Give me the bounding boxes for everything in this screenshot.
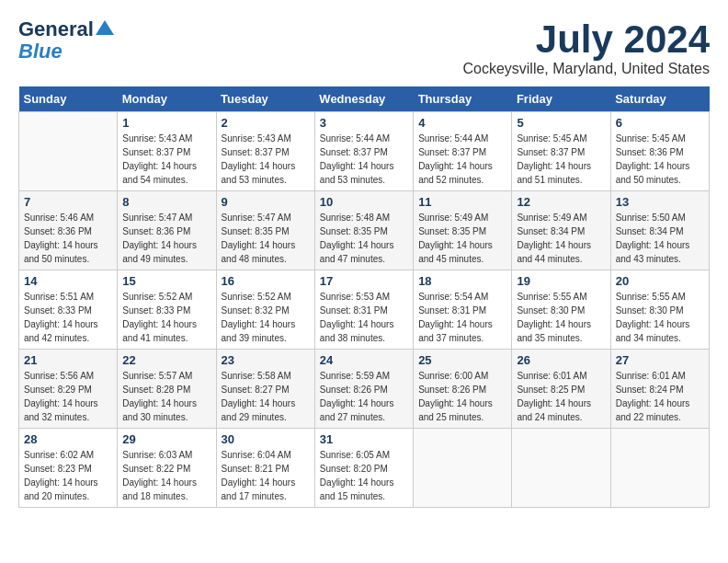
day-info: Sunrise: 6:01 AMSunset: 8:24 PMDaylight:… — [616, 369, 704, 424]
calendar-cell: 30Sunrise: 6:04 AMSunset: 8:21 PMDayligh… — [216, 429, 314, 508]
day-number: 19 — [517, 274, 605, 288]
page-header: General Blue July 2024 Cockeysville, Mar… — [18, 18, 710, 77]
calendar-cell: 2Sunrise: 5:43 AMSunset: 8:37 PMDaylight… — [216, 112, 314, 191]
day-number: 18 — [418, 274, 506, 288]
calendar-cell: 20Sunrise: 5:55 AMSunset: 8:30 PMDayligh… — [610, 270, 709, 350]
calendar-cell: 14Sunrise: 5:51 AMSunset: 8:33 PMDayligh… — [19, 270, 118, 350]
calendar-cell: 27Sunrise: 6:01 AMSunset: 8:24 PMDayligh… — [610, 350, 709, 429]
day-number: 14 — [24, 274, 112, 288]
day-info: Sunrise: 5:44 AMSunset: 8:37 PMDaylight:… — [418, 132, 506, 187]
calendar-cell: 3Sunrise: 5:44 AMSunset: 8:37 PMDaylight… — [314, 112, 413, 191]
day-info: Sunrise: 5:48 AMSunset: 8:35 PMDaylight:… — [320, 211, 408, 266]
header-sunday: Sunday — [19, 86, 118, 112]
day-number: 4 — [418, 116, 506, 130]
day-info: Sunrise: 6:03 AMSunset: 8:22 PMDaylight:… — [122, 448, 210, 503]
day-number: 24 — [320, 353, 408, 367]
day-info: Sunrise: 5:44 AMSunset: 8:37 PMDaylight:… — [320, 132, 408, 187]
calendar-cell: 8Sunrise: 5:47 AMSunset: 8:36 PMDaylight… — [118, 191, 216, 270]
day-number: 28 — [24, 432, 112, 446]
header-thursday: Thursday — [414, 86, 512, 112]
day-number: 20 — [616, 274, 704, 288]
day-info: Sunrise: 5:43 AMSunset: 8:37 PMDaylight:… — [122, 132, 210, 187]
day-info: Sunrise: 5:58 AMSunset: 8:27 PMDaylight:… — [222, 369, 310, 424]
day-info: Sunrise: 6:00 AMSunset: 8:26 PMDaylight:… — [418, 369, 506, 424]
day-number: 2 — [222, 116, 310, 130]
day-info: Sunrise: 5:53 AMSunset: 8:31 PMDaylight:… — [320, 290, 408, 345]
day-number: 11 — [418, 195, 506, 209]
svg-marker-0 — [96, 20, 114, 35]
day-number: 6 — [616, 116, 704, 130]
calendar-cell: 9Sunrise: 5:47 AMSunset: 8:35 PMDaylight… — [216, 191, 314, 270]
calendar-cell — [414, 429, 512, 508]
calendar-cell: 17Sunrise: 5:53 AMSunset: 8:31 PMDayligh… — [314, 270, 413, 350]
day-info: Sunrise: 5:47 AMSunset: 8:36 PMDaylight:… — [122, 211, 210, 266]
calendar-week-row: 7Sunrise: 5:46 AMSunset: 8:36 PMDaylight… — [19, 191, 710, 270]
logo-blue: Blue — [18, 40, 63, 63]
day-number: 25 — [418, 353, 506, 367]
calendar-cell: 13Sunrise: 5:50 AMSunset: 8:34 PMDayligh… — [610, 191, 709, 270]
day-info: Sunrise: 6:02 AMSunset: 8:23 PMDaylight:… — [24, 448, 112, 503]
calendar-cell: 28Sunrise: 6:02 AMSunset: 8:23 PMDayligh… — [19, 429, 118, 508]
day-number: 1 — [122, 116, 210, 130]
day-number: 31 — [320, 432, 408, 446]
day-number: 16 — [222, 274, 310, 288]
day-info: Sunrise: 5:46 AMSunset: 8:36 PMDaylight:… — [24, 211, 112, 266]
day-number: 15 — [122, 274, 210, 288]
day-info: Sunrise: 5:56 AMSunset: 8:29 PMDaylight:… — [24, 369, 112, 424]
day-number: 12 — [517, 195, 605, 209]
day-number: 27 — [616, 353, 704, 367]
calendar-cell: 4Sunrise: 5:44 AMSunset: 8:37 PMDaylight… — [414, 112, 512, 191]
day-number: 30 — [222, 432, 310, 446]
calendar-cell: 10Sunrise: 5:48 AMSunset: 8:35 PMDayligh… — [314, 191, 413, 270]
day-info: Sunrise: 5:51 AMSunset: 8:33 PMDaylight:… — [24, 290, 112, 345]
day-info: Sunrise: 5:57 AMSunset: 8:28 PMDaylight:… — [122, 369, 210, 424]
header-saturday: Saturday — [610, 86, 709, 112]
calendar-cell: 16Sunrise: 5:52 AMSunset: 8:32 PMDayligh… — [216, 270, 314, 350]
calendar-cell: 21Sunrise: 5:56 AMSunset: 8:29 PMDayligh… — [19, 350, 118, 429]
calendar-cell: 25Sunrise: 6:00 AMSunset: 8:26 PMDayligh… — [414, 350, 512, 429]
calendar-cell — [512, 429, 610, 508]
calendar-table: SundayMondayTuesdayWednesdayThursdayFrid… — [18, 86, 710, 508]
calendar-cell: 26Sunrise: 6:01 AMSunset: 8:25 PMDayligh… — [512, 350, 610, 429]
header-wednesday: Wednesday — [314, 86, 413, 112]
calendar-cell: 12Sunrise: 5:49 AMSunset: 8:34 PMDayligh… — [512, 191, 610, 270]
logo-icon — [96, 18, 114, 37]
calendar-cell: 31Sunrise: 6:05 AMSunset: 8:20 PMDayligh… — [314, 429, 413, 508]
day-info: Sunrise: 6:01 AMSunset: 8:25 PMDaylight:… — [517, 369, 605, 424]
location: Cockeysville, Maryland, United States — [462, 61, 710, 77]
calendar-cell: 7Sunrise: 5:46 AMSunset: 8:36 PMDaylight… — [19, 191, 118, 270]
calendar-cell: 5Sunrise: 5:45 AMSunset: 8:37 PMDaylight… — [512, 112, 610, 191]
day-number: 22 — [122, 353, 210, 367]
day-number: 8 — [122, 195, 210, 209]
day-number: 17 — [320, 274, 408, 288]
calendar-week-row: 28Sunrise: 6:02 AMSunset: 8:23 PMDayligh… — [19, 429, 710, 508]
day-info: Sunrise: 5:52 AMSunset: 8:32 PMDaylight:… — [222, 290, 310, 345]
day-info: Sunrise: 6:04 AMSunset: 8:21 PMDaylight:… — [222, 448, 310, 503]
day-number: 13 — [616, 195, 704, 209]
day-info: Sunrise: 5:43 AMSunset: 8:37 PMDaylight:… — [222, 132, 310, 187]
day-info: Sunrise: 6:05 AMSunset: 8:20 PMDaylight:… — [320, 448, 408, 503]
day-number: 10 — [320, 195, 408, 209]
day-info: Sunrise: 5:49 AMSunset: 8:35 PMDaylight:… — [418, 211, 506, 266]
day-info: Sunrise: 5:52 AMSunset: 8:33 PMDaylight:… — [122, 290, 210, 345]
day-info: Sunrise: 5:47 AMSunset: 8:35 PMDaylight:… — [222, 211, 310, 266]
calendar-week-row: 14Sunrise: 5:51 AMSunset: 8:33 PMDayligh… — [19, 270, 710, 350]
calendar-cell: 19Sunrise: 5:55 AMSunset: 8:30 PMDayligh… — [512, 270, 610, 350]
calendar-cell — [19, 112, 118, 191]
calendar-cell: 24Sunrise: 5:59 AMSunset: 8:26 PMDayligh… — [314, 350, 413, 429]
calendar-cell: 18Sunrise: 5:54 AMSunset: 8:31 PMDayligh… — [414, 270, 512, 350]
day-number: 7 — [24, 195, 112, 209]
calendar-cell: 15Sunrise: 5:52 AMSunset: 8:33 PMDayligh… — [118, 270, 216, 350]
calendar-header-row: SundayMondayTuesdayWednesdayThursdayFrid… — [19, 86, 710, 112]
calendar-cell: 11Sunrise: 5:49 AMSunset: 8:35 PMDayligh… — [414, 191, 512, 270]
day-number: 3 — [320, 116, 408, 130]
day-number: 23 — [222, 353, 310, 367]
month-title: July 2024 — [462, 18, 710, 61]
calendar-cell: 6Sunrise: 5:45 AMSunset: 8:36 PMDaylight… — [610, 112, 709, 191]
calendar-cell: 23Sunrise: 5:58 AMSunset: 8:27 PMDayligh… — [216, 350, 314, 429]
day-number: 21 — [24, 353, 112, 367]
header-tuesday: Tuesday — [216, 86, 314, 112]
header-friday: Friday — [512, 86, 610, 112]
day-info: Sunrise: 5:45 AMSunset: 8:36 PMDaylight:… — [616, 132, 704, 187]
calendar-cell: 29Sunrise: 6:03 AMSunset: 8:22 PMDayligh… — [118, 429, 216, 508]
